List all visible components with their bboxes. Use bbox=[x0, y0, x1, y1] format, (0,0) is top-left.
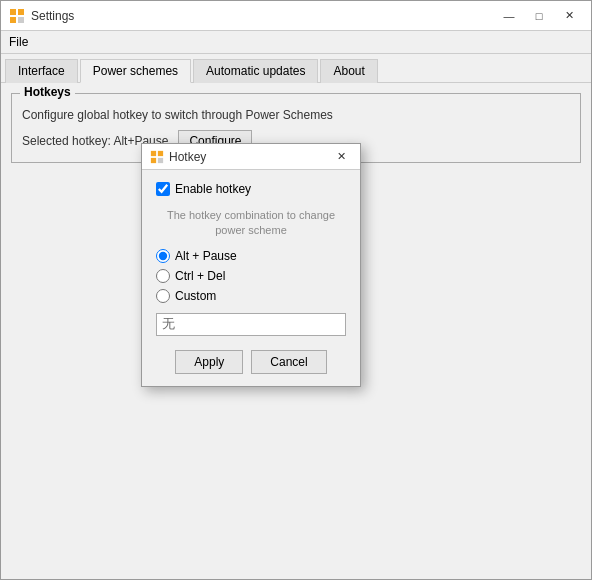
hotkey-dialog: Hotkey ✕ Enable hotkey The hotkey combin… bbox=[141, 143, 361, 387]
svg-rect-3 bbox=[18, 17, 24, 23]
enable-hotkey-row: Enable hotkey bbox=[156, 182, 346, 196]
close-button[interactable]: ✕ bbox=[555, 6, 583, 26]
svg-rect-0 bbox=[10, 9, 16, 15]
enable-hotkey-checkbox[interactable] bbox=[156, 182, 170, 196]
svg-rect-7 bbox=[158, 157, 163, 162]
title-bar-left: Settings bbox=[9, 8, 74, 24]
main-window: Settings — □ ✕ File Interface Power sche… bbox=[0, 0, 592, 580]
radio-custom: Custom bbox=[156, 289, 346, 303]
title-bar: Settings — □ ✕ bbox=[1, 1, 591, 31]
hotkeys-description: Configure global hotkey to switch throug… bbox=[22, 108, 570, 122]
window-controls: — □ ✕ bbox=[495, 6, 583, 26]
tab-power-schemes[interactable]: Power schemes bbox=[80, 59, 191, 83]
radio-alt-pause-label[interactable]: Alt + Pause bbox=[175, 249, 237, 263]
svg-rect-2 bbox=[10, 17, 16, 23]
apply-button[interactable]: Apply bbox=[175, 350, 243, 374]
tab-interface[interactable]: Interface bbox=[5, 59, 78, 83]
dialog-close-button[interactable]: ✕ bbox=[330, 148, 352, 166]
menu-bar: File bbox=[1, 31, 591, 54]
dialog-title-left: Hotkey bbox=[150, 150, 206, 164]
window-title: Settings bbox=[31, 9, 74, 23]
custom-hotkey-input[interactable] bbox=[156, 313, 346, 336]
radio-custom-label[interactable]: Custom bbox=[175, 289, 216, 303]
radio-custom-input[interactable] bbox=[156, 289, 170, 303]
settings-icon bbox=[9, 8, 25, 24]
cancel-button[interactable]: Cancel bbox=[251, 350, 326, 374]
dialog-body: Enable hotkey The hotkey combination to … bbox=[142, 170, 360, 386]
hotkeys-group-title: Hotkeys bbox=[20, 85, 75, 99]
dialog-buttons: Apply Cancel bbox=[156, 350, 346, 374]
dialog-title-bar: Hotkey ✕ bbox=[142, 144, 360, 170]
radio-ctrl-del-input[interactable] bbox=[156, 269, 170, 283]
minimize-button[interactable]: — bbox=[495, 6, 523, 26]
svg-rect-5 bbox=[158, 150, 163, 155]
radio-group: Alt + Pause Ctrl + Del Custom bbox=[156, 249, 346, 303]
radio-ctrl-del-label[interactable]: Ctrl + Del bbox=[175, 269, 225, 283]
enable-hotkey-label[interactable]: Enable hotkey bbox=[175, 182, 251, 196]
dialog-icon bbox=[150, 150, 164, 164]
hotkey-description: The hotkey combination to change power s… bbox=[156, 208, 346, 239]
tab-about[interactable]: About bbox=[320, 59, 377, 83]
content-area: Hotkeys Configure global hotkey to switc… bbox=[1, 83, 591, 579]
tab-automatic-updates[interactable]: Automatic updates bbox=[193, 59, 318, 83]
tabs-container: Interface Power schemes Automatic update… bbox=[1, 54, 591, 83]
maximize-button[interactable]: □ bbox=[525, 6, 553, 26]
svg-rect-4 bbox=[151, 150, 156, 155]
radio-alt-pause: Alt + Pause bbox=[156, 249, 346, 263]
dialog-title: Hotkey bbox=[169, 150, 206, 164]
svg-rect-6 bbox=[151, 157, 156, 162]
svg-rect-1 bbox=[18, 9, 24, 15]
radio-alt-pause-input[interactable] bbox=[156, 249, 170, 263]
radio-ctrl-del: Ctrl + Del bbox=[156, 269, 346, 283]
file-menu[interactable]: File bbox=[1, 33, 36, 51]
